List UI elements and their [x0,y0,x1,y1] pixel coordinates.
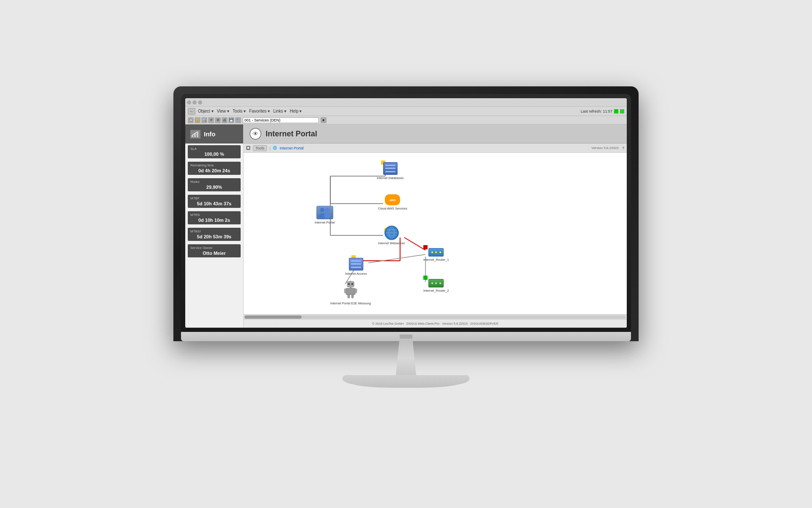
toolbar-icon-small: 🔲 [246,146,250,150]
chrome-btn-1 [187,100,191,105]
app-content: Info SLA 100,00 % Remaining time 0d 4h 2… [185,124,627,328]
node-databases-label: Internet Databases [377,176,403,180]
robot-svg [344,281,357,298]
last-refresh-label: Last refresh: 11:57 [581,109,612,113]
breadcrumb-item[interactable]: Internet Portal [280,146,304,150]
node-e2e-messung[interactable]: Internet Portal E2E Messung [330,281,371,305]
svg-point-26 [348,283,350,285]
node-internet-databases[interactable]: Internet Databases [377,162,403,180]
mtbf-card: MTBF 5d 10h 43m 37s [188,195,241,208]
mtbsi-label: MTBSI [190,229,238,233]
scrollbar-thumb[interactable] [244,315,302,319]
screen: ← Object ▾ View ▾ Tools ▾ Favorites ▾ Li… [185,98,627,328]
node-internet-router-2[interactable]: Internet_Router_2 [423,279,449,293]
home-icon[interactable]: 🏠 [188,117,194,123]
tools-button[interactable]: Tools [253,145,267,151]
menu-help[interactable]: Help ▾ [290,109,302,113]
scrollbar-area[interactable] [244,314,627,319]
monitor-stand-base [343,375,469,388]
node-internet-portal[interactable]: Internet Portal [315,206,335,224]
tool-icon[interactable]: 🔧 [235,117,241,123]
print-icon[interactable]: 🖨 [222,117,228,123]
globe-icon [384,226,399,240]
svg-rect-34 [348,295,350,298]
nav-icons: ■ [321,117,326,123]
chart-icon [191,131,200,138]
svg-point-16 [320,208,324,212]
mtrs-value: 0d 10h 10m 2s [190,218,238,223]
svg-point-17 [325,208,329,212]
panel-toolbar: 🔲 Tools | 🌐 Internet Portal Version 5.8.… [244,144,627,153]
menu-tools[interactable]: Tools ▾ [233,109,246,113]
svg-point-19 [324,213,331,218]
mtrs-card: MTRS 0d 10h 10m 2s [188,211,241,224]
sla-value: 100,00 % [190,152,238,157]
monitor-chin [181,332,631,341]
app-footer: © 2018 LeuTek GmbH · ZISGUI-Web-Client-P… [244,319,627,328]
settings-icon[interactable]: ⚙ [215,117,221,123]
chrome-btn-3 [198,100,202,105]
risiko-label: Risiko [190,180,238,184]
sidebar-header-icon [190,130,200,138]
router-dot-4 [431,282,433,284]
refresh-icon[interactable]: ↺ [208,117,214,123]
address-input[interactable] [243,117,319,123]
scrollbar-track[interactable] [244,315,626,319]
menu-object[interactable]: Object ▾ [198,109,214,113]
server-slot-a3 [351,267,361,268]
sla-card: SLA 100,00 % [188,145,241,158]
server-icon-access [349,258,363,271]
main-panel-header: 👁 Internet Portal [244,124,627,144]
node-cloud-aws[interactable]: aws Cloud AWS Services [378,194,407,210]
node-internet-webserver[interactable]: Internet Webserver [378,226,405,245]
menu-favorites[interactable]: Favorites ▾ [249,109,270,113]
svg-point-27 [351,283,353,285]
nav-icon-1: ■ [321,117,326,123]
mtbf-value: 5d 10h 43m 37s [190,201,238,206]
lock-icon: 🔒 [195,117,200,123]
sidebar-title: Info [204,130,216,138]
server-slot-3 [385,171,395,172]
node-router1-label: Internet_Router_1 [423,258,449,262]
help-icon-small[interactable]: ? [622,146,624,150]
back-button[interactable]: ← [188,108,195,115]
version-label: Version 5.8.22022 [591,146,619,150]
node-webserver-label: Internet Webserver [378,241,405,245]
back-icon: ← [190,109,194,113]
node-internet-portal-label: Internet Portal [315,221,335,224]
node-access-label: Internet Access [345,272,367,276]
node-internet-router-1[interactable]: Internet_Router_1 [423,248,449,262]
sidebar: Info SLA 100,00 % Remaining time 0d 4h 2… [185,124,244,328]
aws-text: aws [390,198,396,202]
monitor-bezel: ← Object ▾ View ▾ Tools ▾ Favorites ▾ Li… [181,94,631,332]
people-icon [316,206,333,219]
svg-rect-2 [197,132,198,137]
svg-rect-31 [346,288,355,295]
server-icon-db [383,162,398,175]
breadcrumb-sep: | [269,146,270,150]
sidebar-header: Info [185,124,243,144]
menu-view[interactable]: View ▾ [217,109,229,113]
menu-links[interactable]: Links ▾ [273,109,286,113]
save-icon[interactable]: 💾 [228,117,234,123]
risiko-card: Risiko 29,90% [188,178,241,191]
monitor-stand-neck [389,341,423,375]
svg-rect-33 [355,289,357,293]
address-bar: 🏠 🔒 🔍 ↺ ⚙ 🖨 💾 🔧 ■ [185,116,627,124]
router-dot-2 [435,251,437,253]
robot-container [344,281,357,300]
mtrs-label: MTRS [190,213,238,217]
service-owner-value: Otto Meier [190,251,238,256]
node-internet-access[interactable]: Internet Access [345,258,367,276]
search-icon[interactable]: 🔍 [201,117,207,123]
toolbar-icons: 🏠 🔒 🔍 ↺ ⚙ 🖨 💾 🔧 [188,117,241,123]
remaining-time-value: 0d 4h 20m 24s [190,168,238,173]
risiko-value: 29,90% [190,185,238,190]
server-slot-1 [385,165,395,166]
browser-toolbar: ← Object ▾ View ▾ Tools ▾ Favorites ▾ Li… [185,107,627,116]
chrome-btn-2 [192,100,197,105]
svg-rect-0 [192,135,193,137]
server-slot-a2 [351,263,361,265]
mtbsi-card: MTBSI 5d 20h 53m 39s [188,228,241,241]
sla-label: SLA [190,147,238,151]
